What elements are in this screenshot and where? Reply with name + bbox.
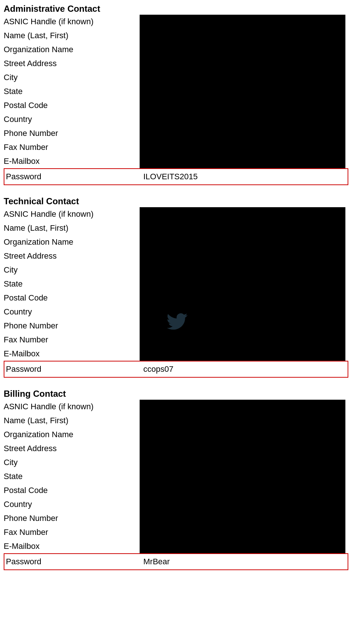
- admin-contact-field-10: E-Mailbox: [4, 154, 140, 168]
- admin-contact-field-3: Street Address: [4, 57, 140, 71]
- technical-contact-field-10: E-Mailbox: [4, 347, 140, 361]
- technical-contact-field-9: Fax Number: [4, 333, 140, 347]
- section-billing-contact: Billing ContactASNIC Handle (if known)Na…: [4, 389, 348, 570]
- billing-contact-field-4: City: [4, 456, 140, 469]
- technical-contact-redacted-box: [140, 207, 345, 361]
- admin-contact-field-0: ASNIC Handle (if known): [4, 15, 140, 29]
- technical-contact-field-1: Name (Last, First): [4, 221, 140, 235]
- technical-contact-field-6: Postal Code: [4, 291, 140, 305]
- admin-contact-field-2: Organization Name: [4, 43, 140, 57]
- billing-contact-field-9: Fax Number: [4, 525, 140, 539]
- billing-contact-password-value: MrBear: [140, 554, 348, 569]
- billing-contact-password-row: PasswordMrBear: [4, 553, 348, 570]
- technical-contact-field-0: ASNIC Handle (if known): [4, 207, 140, 221]
- admin-contact-field-7: Country: [4, 112, 140, 126]
- admin-contact-field-6: Postal Code: [4, 98, 140, 112]
- admin-contact-field-8: Phone Number: [4, 126, 140, 140]
- admin-contact-field-5: State: [4, 84, 140, 98]
- billing-contact-field-0: ASNIC Handle (if known): [4, 400, 140, 414]
- billing-contact-field-8: Phone Number: [4, 511, 140, 525]
- technical-contact-field-4: City: [4, 263, 140, 277]
- admin-contact-title: Administrative Contact: [4, 4, 348, 14]
- billing-contact-field-5: State: [4, 469, 140, 483]
- technical-contact-password-value: ccops07: [140, 361, 348, 377]
- technical-contact-field-7: Country: [4, 305, 140, 319]
- admin-contact-password-row: PasswordILOVEITS2015: [4, 168, 348, 185]
- admin-contact-labels-col: ASNIC Handle (if known)Name (Last, First…: [4, 15, 140, 168]
- billing-contact-title: Billing Contact: [4, 389, 348, 399]
- admin-contact-form-layout: ASNIC Handle (if known)Name (Last, First…: [4, 15, 348, 168]
- billing-contact-redacted-box: [140, 400, 345, 553]
- technical-contact-field-3: Street Address: [4, 249, 140, 263]
- technical-contact-field-2: Organization Name: [4, 235, 140, 249]
- billing-contact-form-layout: ASNIC Handle (if known)Name (Last, First…: [4, 400, 348, 553]
- technical-contact-form-layout: ASNIC Handle (if known)Name (Last, First…: [4, 207, 348, 361]
- billing-contact-labels-col: ASNIC Handle (if known)Name (Last, First…: [4, 400, 140, 553]
- technical-contact-title: Technical Contact: [4, 196, 348, 206]
- admin-contact-field-4: City: [4, 71, 140, 84]
- technical-contact-password-row: Passwordccops07: [4, 361, 348, 378]
- technical-contact-field-5: State: [4, 277, 140, 291]
- technical-contact-password-label: Password: [4, 361, 140, 377]
- technical-contact-field-8: Phone Number: [4, 319, 140, 333]
- section-technical-contact: Technical ContactASNIC Handle (if known)…: [4, 196, 348, 378]
- billing-contact-field-1: Name (Last, First): [4, 414, 140, 428]
- admin-contact-field-9: Fax Number: [4, 140, 140, 154]
- admin-contact-password-label: Password: [4, 169, 140, 184]
- billing-contact-field-6: Postal Code: [4, 483, 140, 497]
- billing-contact-field-7: Country: [4, 497, 140, 511]
- billing-contact-password-label: Password: [4, 554, 140, 569]
- section-admin-contact: Administrative ContactASNIC Handle (if k…: [4, 4, 348, 185]
- admin-contact-redacted-box: [140, 15, 345, 168]
- admin-contact-password-value: ILOVEITS2015: [140, 169, 348, 184]
- billing-contact-field-2: Organization Name: [4, 428, 140, 442]
- billing-contact-field-3: Street Address: [4, 442, 140, 456]
- sections-container: Administrative ContactASNIC Handle (if k…: [4, 4, 348, 570]
- billing-contact-field-10: E-Mailbox: [4, 539, 140, 553]
- admin-contact-field-1: Name (Last, First): [4, 29, 140, 43]
- technical-contact-labels-col: ASNIC Handle (if known)Name (Last, First…: [4, 207, 140, 361]
